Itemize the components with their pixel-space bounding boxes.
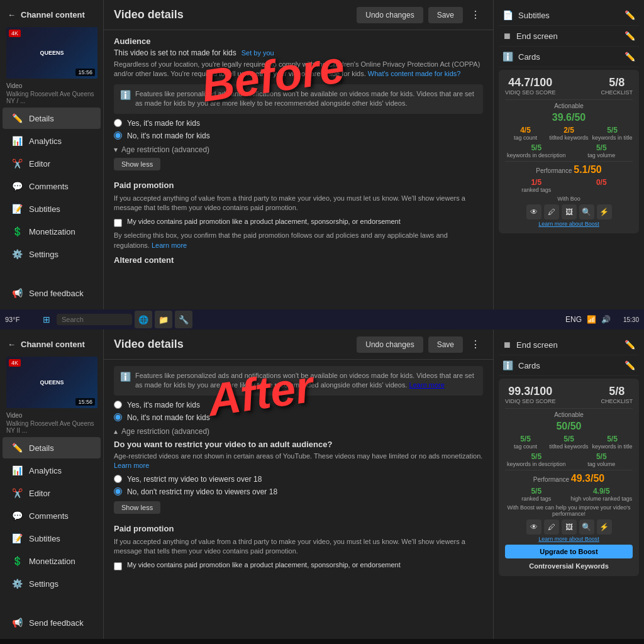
radio-made-for-kids[interactable]: Yes, it's made for kids (114, 119, 483, 128)
top-perf-grid: 1/5 ranked tags 0/5 (505, 178, 633, 193)
sidebar-item-subtitles[interactable]: 📝 Subtitles (3, 198, 101, 219)
bottom-sidebar-item-monetization[interactable]: 💲 Monetization (3, 550, 101, 572)
bottom-pencil-icon: ✏️ (11, 442, 23, 453)
bottom-radio-not-made-for-kids[interactable]: No, it's not made for kids (114, 413, 483, 422)
bottom-settings-icon: ⚙️ (11, 578, 23, 589)
bottom-thumb-quality-badge: 4K (9, 359, 21, 367)
taskbar-app-3[interactable]: 🔧 (175, 311, 192, 328)
end-screen-edit-icon[interactable]: ✏️ (625, 31, 635, 41)
back-icon: ← (8, 10, 16, 19)
top-save-btn[interactable]: Save (428, 7, 463, 23)
top-paid-promo-checkbox[interactable]: My video contains paid promotion like a … (114, 218, 483, 227)
cards-edit-icon[interactable]: ✏️ (625, 52, 635, 62)
top-info-box: ℹ️ Features like personalized ads and no… (114, 84, 483, 114)
subtitles-icon: 📝 (11, 203, 23, 214)
top-header-actions: Undo changes Save ⋮ (357, 6, 483, 23)
channel-content-btn[interactable]: ← Channel content (0, 5, 103, 25)
learn-more-link[interactable]: Learn more (152, 242, 187, 249)
subtitles-edit-icon[interactable]: ✏️ (625, 10, 635, 20)
top-promo-note: By selecting this box, you confirm that … (114, 231, 483, 250)
top-subtitles-item[interactable]: 📄 Subtitles ✏️ (499, 5, 639, 26)
sidebar-item-monetization[interactable]: 💲 Monetization (3, 221, 101, 242)
bottom-seo-score-label: VIDIQ SEO SCORE (505, 398, 556, 404)
bottom-controversial-title: Controversial Keywords (505, 562, 633, 570)
top-boost-icon-5[interactable]: ⚡ (597, 204, 612, 219)
top-age-restriction-header[interactable]: ▾ Age restriction (advanced) (114, 145, 483, 154)
what-is-kids-link[interactable]: What's content made for kids? (368, 70, 461, 77)
top-show-less-btn[interactable]: Show less (114, 158, 160, 170)
top-learn-boost-link[interactable]: Learn more about Boost (505, 221, 633, 227)
sidebar-item-settings[interactable]: ⚙️ Settings (3, 243, 101, 265)
bottom-sidebar-item-details[interactable]: ✏️ Details (3, 437, 101, 458)
bottom-paid-promo-checkbox[interactable]: My video contains paid promotion like a … (114, 561, 483, 570)
sidebar-item-feedback[interactable]: 📢 Send feedback (3, 282, 101, 304)
bottom-learn-more-link[interactable]: Learn more (409, 381, 445, 389)
audience-status-text: This video is set to not made for kids (114, 48, 236, 57)
top-end-screen-item[interactable]: ⏹ End screen ✏️ (499, 26, 639, 47)
bottom-cards-edit-icon[interactable]: ✏️ (625, 360, 635, 370)
bottom-seo-checklist: 5/8 CHECKLIST (601, 385, 633, 404)
bottom-boost-icon-1[interactable]: 👁 (526, 519, 541, 535)
bottom-undo-btn[interactable]: Undo changes (357, 336, 423, 353)
bottom-info-icon: ℹ️ (120, 371, 130, 391)
top-boost-icon-1[interactable]: 👁 (526, 204, 541, 219)
bottom-show-less-btn[interactable]: Show less (114, 501, 160, 514)
taskbar-app-2[interactable]: 📁 (155, 311, 172, 328)
bottom-sidebar-item-subtitles[interactable]: 📝 Subtitles (3, 528, 101, 549)
bottom-end-screen-item[interactable]: ⏹ End screen ✏️ (499, 335, 639, 355)
top-more-btn[interactable]: ⋮ (468, 6, 483, 23)
top-audience-status: This video is set to not made for kids S… (114, 48, 483, 57)
bottom-upgrade-btn[interactable]: Upgrade to Boost (505, 545, 633, 558)
taskbar-app-1[interactable]: 🌐 (135, 311, 152, 328)
taskbar-search-input[interactable] (57, 314, 132, 325)
top-boost-icon-2[interactable]: 🖊 (544, 204, 559, 219)
top-radio-group: Yes, it's made for kids No, it's not mad… (114, 119, 483, 140)
paid-promo-check[interactable] (114, 219, 122, 227)
top-audience-label: Audience (114, 36, 483, 46)
top-cards-item[interactable]: ℹ️ Cards ✏️ (499, 47, 639, 67)
bottom-age-learn-link[interactable]: Learn more (114, 462, 149, 469)
top-boost-icon-3[interactable]: 🖼 (562, 204, 577, 219)
top-actionable-val-row: 39.6/50 (505, 112, 633, 123)
bottom-paid-promo-check[interactable] (114, 562, 122, 570)
bottom-channel-content-btn[interactable]: ← Channel content (0, 335, 103, 354)
bottom-sidebar-item-settings[interactable]: ⚙️ Settings (3, 573, 101, 594)
radio-not-made-for-kids[interactable]: No, it's not made for kids (114, 131, 483, 140)
bottom-video-sublabel: Walking Roosevelt Ave Queens NY II ... (0, 420, 103, 436)
top-boost-icon-4[interactable]: 🔍 (579, 204, 594, 219)
bottom-age-radio-no[interactable]: No, don't restrict my video to viewers o… (114, 487, 483, 496)
bottom-sidebar-item-analytics[interactable]: 📊 Analytics (3, 460, 101, 481)
bottom-age-radio-yes[interactable]: Yes, restrict my video to viewers over 1… (114, 475, 483, 484)
bottom-header-actions: Undo changes Save ⋮ (357, 336, 483, 353)
bottom-learn-boost-link[interactable]: Learn more about Boost (505, 536, 633, 542)
sidebar-item-editor[interactable]: ✂️ Editor (3, 153, 101, 174)
top-cell-label-3: keywords in description (505, 152, 568, 158)
bottom-cards-item[interactable]: ℹ️ Cards ✏️ (499, 355, 639, 376)
bottom-sidebar-item-feedback[interactable]: 📢 Send feedback (3, 612, 101, 633)
bottom-boost-icon-2[interactable]: 🖊 (544, 519, 559, 535)
bottom-boost-icon-3[interactable]: 🖼 (562, 519, 577, 535)
top-page-title: Video details (114, 8, 357, 21)
bottom-seo-cell-1: 5/5 titlted keywords (548, 435, 589, 450)
bottom-age-restriction-header[interactable]: ▴ Age restriction (advanced) (114, 427, 483, 436)
bottom-boost-icon-5[interactable]: ⚡ (597, 519, 612, 535)
bottom-end-screen-edit-icon[interactable]: ✏️ (625, 340, 635, 350)
sidebar-item-comments[interactable]: 💬 Comments (3, 175, 101, 197)
bottom-radio-made-for-kids[interactable]: Yes, it's made for kids (114, 401, 483, 409)
windows-icon[interactable]: ⊞ (39, 312, 54, 327)
bottom-seo-score: 99.3/100 VIDIQ SEO SCORE (505, 385, 556, 404)
bottom-sidebar-item-editor[interactable]: ✂️ Editor (3, 482, 101, 504)
info-icon: ℹ️ (120, 89, 130, 109)
sidebar-item-details[interactable]: ✏️ Details (3, 108, 101, 129)
top-seo-checklist: 5/8 CHECKLIST (601, 76, 633, 96)
top-undo-btn[interactable]: Undo changes (357, 7, 423, 23)
top-cell-label-1: titlted keywords (548, 135, 589, 141)
top-cell-val-1: 2/5 (548, 126, 589, 135)
top-seo-cell-4: 5/5 tag volume (570, 143, 633, 158)
bottom-more-btn[interactable]: ⋮ (468, 336, 483, 353)
bottom-subtitles-label: Subtitles (29, 534, 60, 543)
sidebar-item-analytics[interactable]: 📊 Analytics (3, 130, 101, 152)
bottom-sidebar-item-comments[interactable]: 💬 Comments (3, 505, 101, 526)
bottom-boost-icon-4[interactable]: 🔍 (579, 519, 594, 535)
bottom-save-btn[interactable]: Save (428, 336, 463, 353)
